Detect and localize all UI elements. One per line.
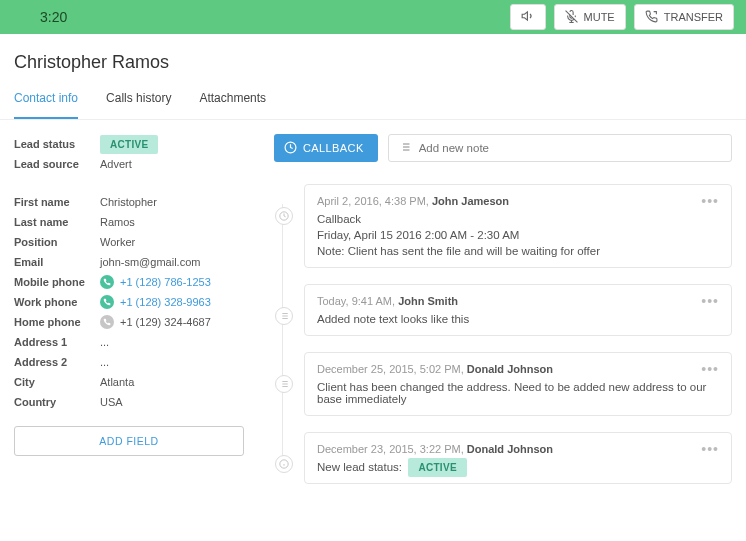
last-name-label: Last name	[14, 216, 100, 228]
entry-line: Client has been changed the address. Nee…	[317, 381, 719, 405]
first-name-label: First name	[14, 196, 100, 208]
work-phone-value[interactable]: +1 (128) 328-9963	[100, 295, 211, 309]
entry-author: John Smith	[398, 295, 458, 307]
entry-date: April 2, 2016, 4:38 PM,	[317, 195, 429, 207]
info-icon	[275, 455, 293, 473]
address2-label: Address 2	[14, 356, 100, 368]
transfer-label: TRANSFER	[664, 11, 723, 23]
timeline-entry: Today, 9:41 AM, John Smith ••• Added not…	[304, 284, 732, 336]
transfer-button[interactable]: TRANSFER	[634, 4, 734, 30]
callback-button[interactable]: CALLBACK	[274, 134, 378, 162]
phone-icon	[100, 275, 114, 289]
entry-author: Donald Johnson	[467, 363, 553, 375]
call-bar: 3:20 MUTE TRANSFER	[0, 0, 746, 34]
lead-status-label: Lead status	[14, 138, 100, 150]
position-label: Position	[14, 236, 100, 248]
entry-line: Callback	[317, 213, 719, 225]
more-icon[interactable]: •••	[701, 445, 719, 453]
note-icon	[275, 375, 293, 393]
phone-icon	[100, 295, 114, 309]
tab-calls-history[interactable]: Calls history	[106, 81, 171, 119]
svg-marker-0	[522, 12, 527, 20]
microphone-off-icon	[565, 10, 578, 25]
entry-line: Note: Client has sent the file and will …	[317, 245, 719, 257]
more-icon[interactable]: •••	[701, 297, 719, 305]
mute-label: MUTE	[584, 11, 615, 23]
entry-date: December 25, 2015, 5:02 PM,	[317, 363, 464, 375]
timeline: April 2, 2016, 4:38 PM, John Jameson •••…	[274, 184, 732, 484]
entry-line: Added note text looks like this	[317, 313, 719, 325]
country-value: USA	[100, 396, 123, 408]
timeline-entry: December 25, 2015, 5:02 PM, Donald Johns…	[304, 352, 732, 416]
lead-source-label: Lead source	[14, 158, 100, 170]
speaker-button[interactable]	[510, 4, 546, 30]
clock-icon	[284, 141, 297, 156]
transfer-icon	[645, 10, 658, 25]
address1-value: ...	[100, 336, 109, 348]
city-label: City	[14, 376, 100, 388]
phone-icon	[100, 315, 114, 329]
list-icon	[399, 141, 411, 155]
position-value: Worker	[100, 236, 135, 248]
add-note-field[interactable]	[419, 142, 721, 154]
entry-line: New lead status: ACTIVE	[317, 461, 719, 473]
address1-label: Address 1	[14, 336, 100, 348]
mute-button[interactable]: MUTE	[554, 4, 626, 30]
speaker-icon	[521, 9, 535, 25]
timeline-entry: December 23, 2015, 3:22 PM, Donald Johns…	[304, 432, 732, 484]
email-label: Email	[14, 256, 100, 268]
email-value: john-sm@gmail.com	[100, 256, 200, 268]
mobile-phone-value[interactable]: +1 (128) 786-1253	[100, 275, 211, 289]
add-note-input[interactable]	[388, 134, 732, 162]
entry-line: Friday, April 15 2016 2:00 AM - 2:30 AM	[317, 229, 719, 241]
timeline-entry: April 2, 2016, 4:38 PM, John Jameson •••…	[304, 184, 732, 268]
status-badge: ACTIVE	[408, 458, 466, 477]
call-timer: 3:20	[40, 9, 67, 25]
more-icon[interactable]: •••	[701, 197, 719, 205]
tab-attachments[interactable]: Attachments	[199, 81, 266, 119]
mobile-phone-label: Mobile phone	[14, 276, 100, 288]
note-icon	[275, 307, 293, 325]
city-value: Atlanta	[100, 376, 134, 388]
country-label: Country	[14, 396, 100, 408]
lead-name: Christopher Ramos	[14, 52, 732, 73]
more-icon[interactable]: •••	[701, 365, 719, 373]
clock-icon	[275, 207, 293, 225]
home-phone-value: +1 (129) 324-4687	[100, 315, 211, 329]
entry-date: December 23, 2015, 3:22 PM,	[317, 443, 464, 455]
address2-value: ...	[100, 356, 109, 368]
contact-info-panel: Lead status ACTIVE Lead source Advert Fi…	[14, 134, 244, 500]
tabs: Contact info Calls history Attachments	[0, 81, 746, 120]
tab-contact-info[interactable]: Contact info	[14, 81, 78, 119]
lead-source-value: Advert	[100, 158, 132, 170]
lead-header: Christopher Ramos	[0, 34, 746, 81]
first-name-value: Christopher	[100, 196, 157, 208]
activity-panel: CALLBACK April 2, 2016, 4:38 PM, John Ja…	[274, 134, 732, 500]
lead-status-badge: ACTIVE	[100, 135, 158, 154]
last-name-value: Ramos	[100, 216, 135, 228]
entry-author: John Jameson	[432, 195, 509, 207]
add-field-button[interactable]: ADD FIELD	[14, 426, 244, 456]
home-phone-label: Home phone	[14, 316, 100, 328]
work-phone-label: Work phone	[14, 296, 100, 308]
entry-author: Donald Johnson	[467, 443, 553, 455]
entry-date: Today, 9:41 AM,	[317, 295, 395, 307]
